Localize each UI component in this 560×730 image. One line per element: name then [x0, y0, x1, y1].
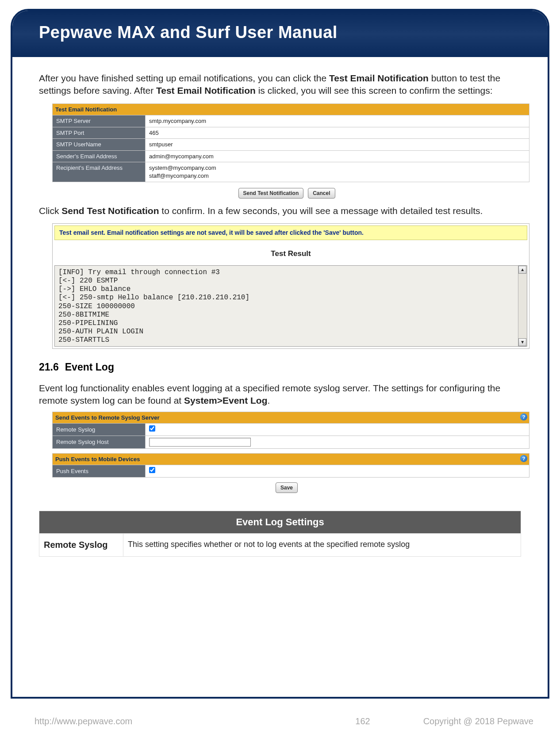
page-title: Pepwave MAX and Surf User Manual	[39, 23, 521, 42]
text-bold: System>Event Log	[184, 395, 267, 405]
label: SMTP Port	[53, 127, 146, 139]
text-bold: Test Email Notification	[329, 73, 429, 83]
intro-paragraph: After you have finished setting up email…	[39, 72, 521, 97]
text: .	[268, 395, 270, 405]
label: Remote Syslog Host	[53, 436, 146, 448]
event-log-settings-table: Event Log Settings Remote Syslog This se…	[39, 511, 521, 557]
table-header: Push Events to Mobile Devices ?	[53, 453, 529, 465]
text: Click	[39, 206, 61, 216]
remote-syslog-host-input[interactable]	[149, 438, 251, 447]
label: SMTP UserName	[53, 139, 146, 151]
table-row: Recipient's Email Addresssystem@mycompan…	[53, 162, 529, 182]
value: smtp.mycompany.com	[146, 115, 529, 127]
remote-syslog-table: Send Events to Remote Syslog Server ? Re…	[52, 412, 529, 449]
push-events-checkbox[interactable]	[149, 467, 155, 473]
table-header: Test Email Notification	[53, 103, 529, 115]
value: admin@mycompany.com	[146, 150, 529, 162]
row-label: Remote Syslog	[39, 533, 123, 556]
notice-banner: Test email sent. Email notification sett…	[54, 225, 527, 240]
value: system@mycompany.com staff@mycompany.com	[146, 162, 529, 182]
push-events-table: Push Events to Mobile Devices ? Push Eve…	[52, 453, 529, 478]
label: Sender's Email Address	[53, 150, 146, 162]
footer: http://www.pepwave.com 162 Copyright @ 2…	[0, 716, 560, 726]
scroll-down-icon[interactable]: ▼	[518, 338, 526, 346]
send-test-notification-button[interactable]: Send Test Notification	[238, 188, 304, 199]
text: After you have finished setting up email…	[39, 73, 329, 83]
text: to confirm. In a few seconds, you will s…	[159, 206, 483, 216]
remote-syslog-checkbox[interactable]	[149, 425, 155, 432]
save-button[interactable]: Save	[276, 482, 298, 493]
test-email-table: Test Email Notification SMTP Serversmtp.…	[52, 103, 529, 182]
table-row: Remote Syslog	[53, 424, 529, 436]
label: Push Events	[53, 465, 146, 478]
label: Remote Syslog	[53, 424, 146, 436]
footer-copyright: Copyright @ 2018 Pepwave	[423, 716, 533, 726]
label: SMTP Server	[53, 115, 146, 127]
table-row: SMTP UserNamesmtpuser	[53, 139, 529, 151]
text-bold: Send Test Notification	[61, 206, 159, 216]
header-text: Send Events to Remote Syslog Server	[55, 414, 160, 421]
table-row: Push Events	[53, 465, 529, 478]
label: Recipient's Email Address	[53, 162, 146, 182]
table-row: Sender's Email Addressadmin@mycompany.co…	[53, 150, 529, 162]
section-title: Event Log	[65, 361, 114, 373]
scrollbar[interactable]: ▲ ▼	[518, 266, 527, 346]
help-icon[interactable]: ?	[520, 413, 527, 420]
table-row: Remote Syslog Host	[53, 436, 529, 448]
value: smtpuser	[146, 139, 529, 151]
scroll-up-icon[interactable]: ▲	[518, 266, 526, 274]
paragraph: Event log functionality enables event lo…	[39, 382, 521, 407]
header-text: Push Events to Mobile Devices	[55, 456, 140, 462]
footer-url: http://www.pepwave.com	[35, 716, 132, 726]
help-icon[interactable]: ?	[520, 455, 527, 462]
table-row: Remote Syslog This setting specifies whe…	[39, 533, 521, 556]
test-result-panel: Test email sent. Email notification sett…	[52, 223, 529, 349]
text-bold: Test Email Notification	[156, 85, 256, 96]
title-band: Pepwave MAX and Surf User Manual	[12, 11, 548, 57]
section-number: 21.6	[39, 361, 59, 373]
paragraph: Click Send Test Notification to confirm.…	[39, 205, 521, 217]
text: is clicked, you will see this screen to …	[256, 85, 493, 96]
table-header: Send Events to Remote Syslog Server ?	[53, 412, 529, 424]
table-header: Event Log Settings	[39, 511, 521, 533]
page-number: 162	[132, 716, 423, 726]
section-heading: 21.6Event Log	[39, 360, 521, 374]
test-result-heading: Test Result	[53, 249, 529, 259]
cancel-button[interactable]: Cancel	[308, 188, 335, 199]
log-output: [INFO] Try email through connection #3 […	[55, 266, 527, 346]
table-row: SMTP Port465	[53, 127, 529, 139]
table-row: SMTP Serversmtp.mycompany.com	[53, 115, 529, 127]
value: 465	[146, 127, 529, 139]
row-desc: This setting specifies whether or not to…	[123, 533, 521, 556]
